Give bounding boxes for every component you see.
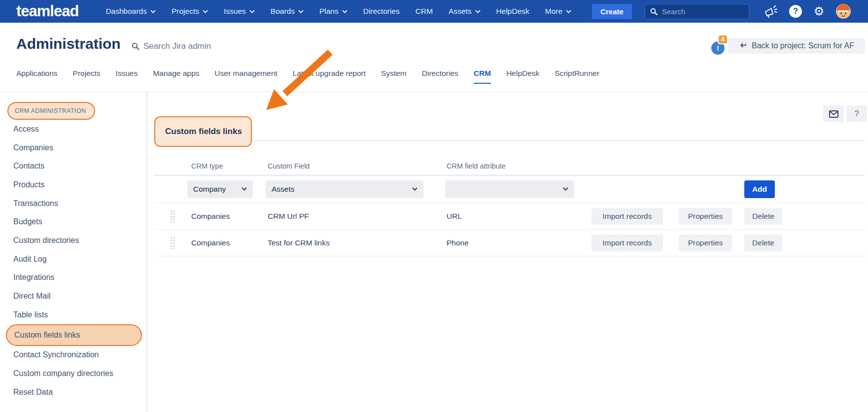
properties-button[interactable]: Properties	[679, 208, 732, 225]
properties-button[interactable]: Properties	[679, 235, 732, 251]
create-button[interactable]: Create	[592, 4, 632, 19]
crm-field-attribute-select[interactable]	[445, 180, 574, 198]
help-button[interactable]: ?	[846, 105, 867, 122]
nav-helpdesk[interactable]: HelpDesk	[496, 7, 529, 16]
envelope-icon	[829, 110, 838, 118]
sidebar-item-audit-log[interactable]: Audit Log	[0, 250, 146, 269]
nav-directories[interactable]: Directories	[363, 7, 400, 16]
chevron-down-icon	[566, 10, 571, 13]
tab-latest-upgrade-report[interactable]: Latest upgrade report	[293, 69, 366, 81]
sidebar-item-custom-directories[interactable]: Custom directories	[0, 231, 146, 250]
cell-custom-field: CRM Url PF	[266, 212, 445, 221]
megaphone-icon[interactable]	[764, 5, 777, 18]
import-records-button[interactable]: Import records	[591, 208, 663, 225]
sidebar-item-access[interactable]: Access	[0, 120, 146, 138]
nav-crm[interactable]: CRM	[416, 7, 433, 16]
chevron-down-icon	[242, 187, 247, 191]
annotation-arrow	[256, 48, 340, 117]
nav-plans[interactable]: Plans	[319, 7, 347, 16]
sidebar-item-custom-fields-links-selected[interactable]: Custom fields links	[6, 324, 142, 346]
global-search[interactable]	[645, 4, 749, 19]
chevron-down-icon	[342, 10, 347, 13]
tab-applications[interactable]: Applications	[16, 69, 58, 81]
add-link-form-row: Company Assets Add	[154, 175, 864, 203]
tab-manage-apps[interactable]: Manage apps	[153, 69, 199, 81]
add-button[interactable]: Add	[744, 180, 775, 198]
cell-crm-type: Companies	[176, 239, 266, 247]
admin-search-input[interactable]	[143, 41, 252, 51]
sidebar-item-products[interactable]: Products	[0, 175, 146, 194]
admin-tabs: Applications Projects Issues Manage apps…	[16, 69, 599, 81]
mail-button[interactable]	[823, 105, 844, 122]
crm-type-select[interactable]: Company	[187, 180, 253, 198]
import-records-button[interactable]: Import records	[591, 235, 663, 251]
chevron-down-icon	[150, 10, 156, 13]
crm-admin-sidebar: CRM ADMINISTRATION Access Companies Cont…	[0, 92, 147, 412]
sidebar-item-integrations[interactable]: Integrations	[0, 269, 146, 287]
nav-more[interactable]: More	[545, 7, 571, 16]
search-icon	[132, 42, 139, 50]
heading-divider	[154, 140, 864, 141]
annotation-highlight-heading: Custom fields links	[154, 116, 252, 147]
top-navigation-bar: teamlead Dashboards Projects Issues Boar…	[0, 0, 868, 23]
tab-user-management[interactable]: User management	[214, 69, 278, 81]
chevron-down-icon	[298, 10, 304, 13]
search-input[interactable]	[662, 7, 736, 16]
sidebar-item-custom-company-directories[interactable]: Custom company directories	[0, 364, 146, 383]
sidebar-section-label-highlighted: CRM ADMINISTRATION	[7, 102, 95, 120]
sidebar-item-reset-data[interactable]: Reset Data	[0, 383, 146, 402]
user-avatar[interactable]	[836, 4, 851, 19]
teamlead-logo[interactable]: teamlead	[16, 2, 78, 20]
tab-projects[interactable]: Projects	[73, 69, 101, 81]
table-header-row: CRM type Custom Field CRM field attribut…	[154, 157, 864, 175]
table-row: Companies CRM Url PF URL Import records …	[154, 203, 864, 230]
content-heading: Custom fields links	[165, 127, 242, 137]
sidebar-item-direct-mail[interactable]: Direct Mail	[0, 287, 146, 306]
gear-icon[interactable]: ⚙	[814, 5, 825, 17]
nav-icon-group: ? ⚙	[764, 4, 851, 19]
help-icon[interactable]: ?	[789, 5, 802, 18]
sidebar-item-table-lists[interactable]: Table lists	[0, 306, 146, 324]
tab-issues[interactable]: Issues	[116, 69, 138, 81]
cell-crm-field-attribute: URL	[445, 212, 582, 221]
column-header-crm-type: CRM type	[176, 162, 266, 170]
page-title: Administration	[16, 35, 121, 52]
sidebar-item-budgets[interactable]: Budgets	[0, 212, 146, 231]
back-to-project-button[interactable]: Back to project: Scrum for AF	[728, 38, 865, 54]
tab-scriptrunner[interactable]: ScriptRunner	[555, 69, 599, 81]
main-menu: Dashboards Projects Issues Boards Plans …	[105, 7, 571, 16]
cell-crm-field-attribute: Phone	[445, 239, 582, 247]
chevron-down-icon	[249, 10, 255, 13]
custom-field-select[interactable]: Assets	[266, 180, 423, 198]
tab-system[interactable]: System	[381, 69, 407, 81]
back-arrow-icon	[739, 42, 747, 50]
tab-crm[interactable]: CRM	[474, 69, 491, 81]
avatar-face	[836, 4, 851, 19]
notification-badge: 4	[718, 34, 728, 44]
tab-directories[interactable]: Directories	[422, 69, 458, 81]
page: teamlead Dashboards Projects Issues Boar…	[0, 0, 868, 412]
admin-search[interactable]	[132, 41, 252, 51]
chevron-down-icon	[412, 187, 417, 191]
cell-crm-type: Companies	[176, 212, 266, 221]
table-row: Companies Test for CRM links Phone Impor…	[154, 230, 864, 256]
nav-dashboards[interactable]: Dashboards	[105, 7, 156, 16]
nav-assets[interactable]: Assets	[449, 7, 481, 16]
sidebar-item-contacts[interactable]: Contacts	[0, 157, 146, 175]
chevron-down-icon	[563, 187, 568, 191]
cell-custom-field: Test for CRM links	[266, 239, 445, 247]
chevron-down-icon	[203, 10, 208, 13]
delete-button[interactable]: Delete	[744, 235, 782, 251]
nav-boards[interactable]: Boards	[271, 7, 304, 16]
delete-button[interactable]: Delete	[744, 208, 782, 225]
chevron-down-icon	[475, 10, 481, 13]
tab-helpdesk[interactable]: HelpDesk	[506, 69, 539, 81]
sidebar-item-companies[interactable]: Companies	[0, 138, 146, 157]
nav-issues[interactable]: Issues	[224, 7, 255, 16]
drag-handle-icon[interactable]	[170, 237, 175, 249]
sidebar-item-contact-synchronization[interactable]: Contact Synchronization	[0, 346, 146, 365]
custom-fields-links-table: CRM type Custom Field CRM field attribut…	[154, 157, 864, 256]
drag-handle-icon[interactable]	[170, 210, 175, 222]
sidebar-item-transactions[interactable]: Transactions	[0, 194, 146, 213]
nav-projects[interactable]: Projects	[172, 7, 208, 16]
